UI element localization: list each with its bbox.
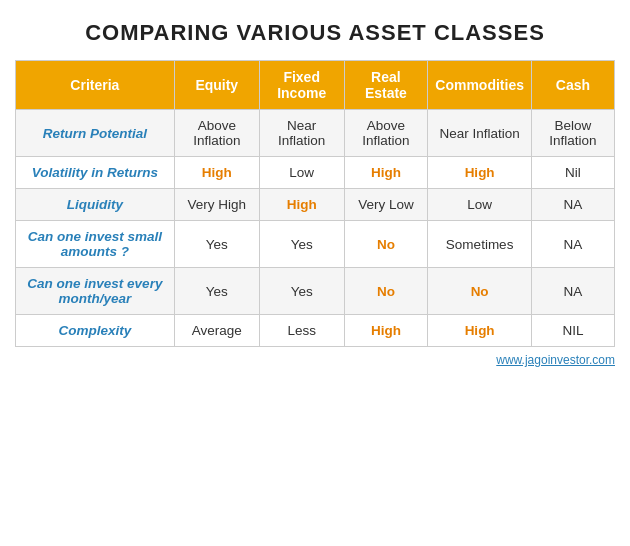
data-cell: No [344, 268, 428, 315]
data-cell: Nil [531, 157, 614, 189]
data-cell: Near Inflation [428, 110, 532, 157]
table-row: Volatility in ReturnsHighLowHighHighNil [16, 157, 615, 189]
table-row: Can one invest every month/yearYesYesNoN… [16, 268, 615, 315]
page-title: COMPARING VARIOUS ASSET CLASSES [15, 10, 615, 60]
criteria-cell: Liquidity [16, 189, 175, 221]
data-cell: Less [259, 315, 344, 347]
data-cell: Low [428, 189, 532, 221]
data-cell: Very High [174, 189, 259, 221]
data-cell: NA [531, 189, 614, 221]
data-cell: Very Low [344, 189, 428, 221]
data-cell: Yes [174, 268, 259, 315]
data-cell: High [344, 157, 428, 189]
data-cell: Near Inflation [259, 110, 344, 157]
table-header-row: Criteria Equity Fixed Income Real Estate… [16, 61, 615, 110]
criteria-cell: Complexity [16, 315, 175, 347]
criteria-cell: Volatility in Returns [16, 157, 175, 189]
data-cell: Above Inflation [344, 110, 428, 157]
data-cell: Yes [259, 268, 344, 315]
criteria-cell: Can one invest every month/year [16, 268, 175, 315]
criteria-cell: Can one invest small amounts ? [16, 221, 175, 268]
table-row: Can one invest small amounts ?YesYesNoSo… [16, 221, 615, 268]
data-cell: High [428, 315, 532, 347]
table-row: Return PotentialAbove InflationNear Infl… [16, 110, 615, 157]
data-cell: NIL [531, 315, 614, 347]
table-row: ComplexityAverageLessHighHighNIL [16, 315, 615, 347]
footer-link[interactable]: www.jagoinvestor.com [496, 353, 615, 367]
data-cell: High [428, 157, 532, 189]
header-real-estate: Real Estate [344, 61, 428, 110]
data-cell: Below Inflation [531, 110, 614, 157]
data-cell: No [344, 221, 428, 268]
data-cell: Yes [259, 221, 344, 268]
data-cell: Yes [174, 221, 259, 268]
data-cell: Above Inflation [174, 110, 259, 157]
table-row: LiquidityVery HighHighVery LowLowNA [16, 189, 615, 221]
header-fixed-income: Fixed Income [259, 61, 344, 110]
data-cell: High [259, 189, 344, 221]
data-cell: NA [531, 268, 614, 315]
data-cell: Sometimes [428, 221, 532, 268]
header-cash: Cash [531, 61, 614, 110]
data-cell: No [428, 268, 532, 315]
data-cell: Low [259, 157, 344, 189]
criteria-cell: Return Potential [16, 110, 175, 157]
data-cell: NA [531, 221, 614, 268]
comparison-table: Criteria Equity Fixed Income Real Estate… [15, 60, 615, 347]
header-equity: Equity [174, 61, 259, 110]
footer-link-container: www.jagoinvestor.com [15, 353, 615, 367]
data-cell: High [174, 157, 259, 189]
data-cell: Average [174, 315, 259, 347]
header-criteria: Criteria [16, 61, 175, 110]
data-cell: High [344, 315, 428, 347]
header-commodities: Commodities [428, 61, 532, 110]
